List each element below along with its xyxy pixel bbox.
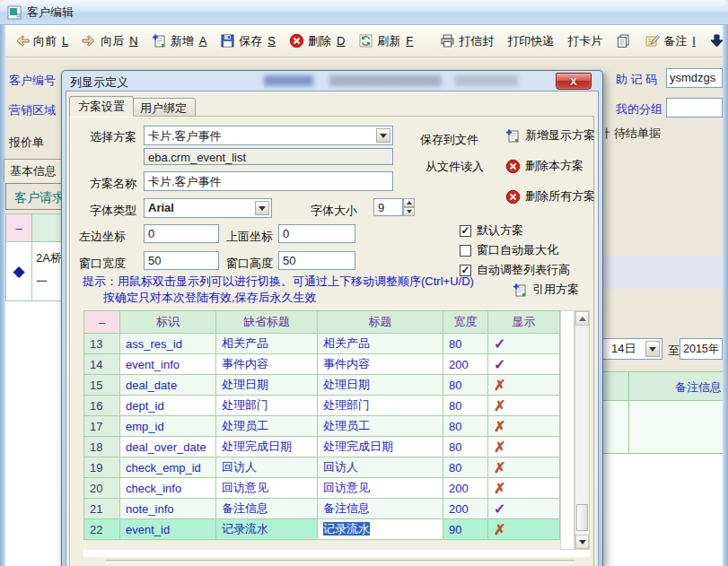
title-cell[interactable]: 处理员工 [318,416,443,437]
spin-up-button[interactable] [403,198,415,207]
default-title-cell[interactable]: 处理员工 [216,416,318,437]
window-height-input[interactable]: 50 [278,251,355,270]
notes-column-header[interactable]: 备注信息 [592,371,723,401]
mnemonic-input[interactable]: ysmdzgs [666,68,723,88]
dialog-titlebar[interactable]: 列显示定义 X [62,71,602,91]
add-scheme-button[interactable]: 新增显示方案 [505,127,595,144]
add-button[interactable]: 新增A [152,33,207,49]
width-cell[interactable]: 80 [443,334,488,354]
visible-toggle-cell[interactable]: ✓ [488,354,560,375]
scroll-up-button[interactable] [575,311,589,326]
width-cell[interactable]: 80 [443,416,488,437]
back-button[interactable]: 向前L [14,33,68,49]
column-header-1[interactable]: 标识 [120,311,216,334]
combo-dropdown-button[interactable] [255,201,269,215]
column-header-4[interactable]: 宽度 [443,311,488,334]
top-coord-input[interactable]: 0 [278,224,355,243]
my-group-input[interactable] [666,98,723,118]
print-card-button[interactable]: 打卡片 [567,33,602,49]
documents-button[interactable]: 单据 [709,33,728,49]
row-number-cell[interactable]: 18 [84,437,120,457]
default-title-cell[interactable]: 事件内容 [216,354,318,375]
column-header-3[interactable]: 标题 [318,311,443,334]
column-header-0[interactable]: – [84,311,120,334]
title-cell[interactable]: 记录流水 [318,519,443,540]
column-row-18[interactable]: 18deal_over_date处理完成日期处理完成日期80✗ [84,437,560,457]
remark-button[interactable]: 备注I [645,33,696,49]
column-row-20[interactable]: 20check_info回访意见回访意见200✗ [84,478,560,499]
column-row-14[interactable]: 14event_info事件内容事件内容200✓ [84,354,560,375]
visible-toggle-cell[interactable]: ✗ [488,396,560,416]
column-row-19[interactable]: 19check_emp_id回访人回访人80✗ [84,457,560,478]
date-to-input[interactable]: 2015年 9 [680,338,723,360]
visible-toggle-cell[interactable]: ✗ [488,437,560,457]
column-row-22[interactable]: 22event_id记录流水记录流水90✗ [84,519,560,540]
column-row-21[interactable]: 21note_info备注信息备注信息200✓ [84,499,560,519]
width-cell[interactable]: 80 [443,457,488,478]
font-size-spinner[interactable] [403,198,415,216]
column-row-15[interactable]: 15deal_date处理日期处理日期80✗ [84,375,560,396]
column-id-cell[interactable]: event_info [120,354,216,375]
tab-scheme-settings[interactable]: 方案设置 [69,96,134,117]
delete-scheme-button[interactable]: 删除本方案 [505,158,583,174]
visible-toggle-cell[interactable]: ✗ [488,478,560,499]
column-id-cell[interactable]: deal_over_date [120,437,216,457]
default-title-cell[interactable]: 相关产品 [216,334,318,354]
read-from-file-button[interactable]: 从文件读入 [425,159,484,175]
row-number-cell[interactable]: 17 [84,416,120,437]
window-width-input[interactable]: 50 [144,251,219,270]
scroll-down-button[interactable] [575,535,589,549]
select-scheme-combobox[interactable]: 卡片.客户事件 [144,126,393,145]
column-row-17[interactable]: 17emp_id处理员工处理员工80✗ [84,416,560,437]
default-title-cell[interactable]: 处理日期 [216,375,318,396]
visible-toggle-cell[interactable]: ✓ [488,334,560,354]
quote-scheme-button[interactable]: 引用方案 [513,282,579,298]
copy-button[interactable] [616,33,631,48]
width-cell[interactable]: 80 [443,375,488,396]
combo-dropdown-button[interactable] [376,128,390,143]
refresh-button[interactable]: 刷新F [358,33,413,49]
column-id-cell[interactable]: note_info [120,499,216,519]
font-size-input[interactable]: 9 [373,198,403,216]
width-cell[interactable]: 200 [443,478,488,499]
title-cell[interactable]: 相关产品 [318,334,443,354]
width-cell[interactable]: 90 [443,519,488,540]
row-number-cell[interactable]: 22 [84,519,120,540]
spin-down-button[interactable] [403,207,415,216]
column-row-13[interactable]: 13ass_res_id相关产品相关产品80✓ [84,334,560,354]
print-express-button[interactable]: 打印快递 [507,33,554,49]
title-cell[interactable]: 处理完成日期 [318,437,443,457]
title-cell[interactable]: 处理部门 [318,396,443,416]
visible-toggle-cell[interactable]: ✗ [488,519,560,540]
width-cell[interactable]: 200 [443,499,488,519]
scheme-name-input[interactable]: 卡片.客户事件 [144,171,393,191]
close-button[interactable]: X [556,73,592,90]
row-number-cell[interactable]: 14 [84,354,120,375]
default-title-cell[interactable]: 处理完成日期 [216,437,318,457]
notes-empty-row[interactable] [592,401,723,454]
auto-maximize-checkbox[interactable]: 窗口自动最大化 [460,242,558,258]
print-envelope-button[interactable]: 打信封 [440,33,494,49]
title-cell[interactable]: 事件内容 [318,354,443,375]
visible-toggle-cell[interactable]: ✓ [488,499,560,519]
column-id-cell[interactable]: ass_res_id [120,334,216,354]
delete-button[interactable]: 删除D [289,33,345,49]
quotation-label[interactable]: 报价单 [9,135,44,151]
width-cell[interactable]: 80 [443,437,488,457]
row-number-cell[interactable]: 21 [84,499,120,519]
column-header-5[interactable]: 显示 [488,311,560,334]
grid-corner-cell[interactable]: – [6,214,32,242]
tab-user-binding[interactable]: 用户绑定 [131,98,196,117]
title-cell[interactable]: 处理日期 [318,375,443,396]
column-id-cell[interactable]: emp_id [120,416,216,437]
default-title-cell[interactable]: 备注信息 [216,499,318,519]
row-number-cell[interactable]: 16 [84,396,120,416]
row-number-cell[interactable]: 15 [84,375,120,396]
column-id-cell[interactable]: check_emp_id [120,457,216,478]
column-id-cell[interactable]: deal_date [120,375,216,396]
scrollbar-thumb[interactable] [576,504,588,531]
left-coord-input[interactable]: 0 [144,224,219,243]
column-id-cell[interactable]: event_id [120,519,216,540]
date-from-dropdown-button[interactable] [645,341,660,357]
visible-toggle-cell[interactable]: ✗ [488,416,560,437]
